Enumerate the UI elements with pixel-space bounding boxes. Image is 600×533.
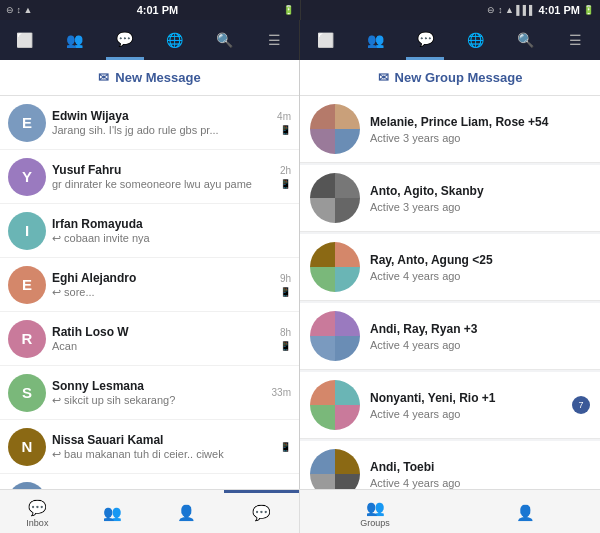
message-content: Nissa Sauari Kamal↩ bau makanan tuh di c… bbox=[46, 433, 280, 461]
mobile-icon: 📱 bbox=[280, 287, 291, 297]
nav-btn-globe-left[interactable]: 🌐 bbox=[155, 20, 193, 60]
group-info: Melanie, Prince Liam, Rose +54Active 3 y… bbox=[360, 115, 590, 144]
nav-btn-home-right[interactable]: ⬜ bbox=[306, 20, 344, 60]
message-item[interactable]: NNissa Sauari Kamal↩ bau makanan tuh di … bbox=[0, 420, 299, 474]
message-item[interactable]: EEghi Alejandro↩ sore...9h📱 bbox=[0, 258, 299, 312]
group-avatar bbox=[310, 173, 360, 223]
group-item[interactable]: Ray, Anto, Agung <25Active 4 years ago bbox=[300, 234, 600, 301]
message-preview: ↩ sore... bbox=[52, 286, 274, 299]
group-name: Melanie, Prince Liam, Rose +54 bbox=[370, 115, 580, 129]
message-content: Eghi Alejandro↩ sore... bbox=[46, 271, 280, 299]
left-bottom-nav: 💬 Inbox 👥 👤 💬 bbox=[0, 490, 300, 533]
avatar: I bbox=[8, 212, 46, 250]
left-time: 4:01 PM bbox=[35, 4, 279, 16]
message-time: 4m📱 bbox=[277, 111, 291, 135]
message-preview: Jarang sih. I'ls jg ado rule gbs pr... bbox=[52, 124, 271, 136]
mobile-icon: 📱 bbox=[280, 179, 291, 189]
message-content: Edwin WijayaJarang sih. I'ls jg ado rule… bbox=[46, 109, 277, 136]
nav-btn-messages-right[interactable]: 💬 bbox=[406, 20, 444, 60]
new-message-label: New Message bbox=[115, 70, 200, 85]
nav-btn-globe-right[interactable]: 🌐 bbox=[456, 20, 494, 60]
group-active: Active 3 years ago bbox=[370, 201, 580, 213]
avatar: Y bbox=[8, 158, 46, 196]
left-battery-icon: 🔋 bbox=[283, 5, 294, 15]
right-status-bar: ⊖ ↕ ▲ ▌▌▌ 4:01 PM 🔋 bbox=[301, 4, 601, 16]
message-time: 8h📱 bbox=[280, 327, 291, 351]
bottom-inbox[interactable]: 💬 Inbox bbox=[0, 490, 75, 533]
message-name: Edwin Wijaya bbox=[52, 109, 271, 123]
group-active: Active 4 years ago bbox=[370, 339, 580, 351]
right-status-icons: ⊖ ↕ ▲ ▌▌▌ bbox=[487, 5, 535, 15]
bottom-nav: 💬 Inbox 👥 👤 💬 👥 Groups 👤 bbox=[0, 489, 600, 533]
avatar: S bbox=[8, 374, 46, 412]
group-active: Active 3 years ago bbox=[370, 132, 580, 144]
avatar: E bbox=[8, 104, 46, 142]
bottom-profile[interactable]: 👤 bbox=[450, 490, 600, 533]
avatar: E bbox=[8, 266, 46, 304]
right-time: 4:01 PM bbox=[538, 4, 580, 16]
left-subheader[interactable]: ✉ New Message bbox=[0, 60, 299, 96]
nav-btn-search-right[interactable]: 🔍 bbox=[506, 20, 544, 60]
group-active: Active 4 years ago bbox=[370, 477, 580, 489]
bottom-messages-active[interactable]: 💬 bbox=[224, 490, 299, 533]
message-item[interactable]: SSonny Lesmana↩ sikcit up sih sekarang?3… bbox=[0, 366, 299, 420]
message-name: Sonny Lesmana bbox=[52, 379, 266, 393]
group-item[interactable]: Anto, Agito, SkanbyActive 3 years ago bbox=[300, 165, 600, 232]
nav-btn-search-left[interactable]: 🔍 bbox=[205, 20, 243, 60]
bottom-groups[interactable]: 👥 Groups bbox=[300, 490, 450, 533]
message-list: EEdwin WijayaJarang sih. I'ls jg ado rul… bbox=[0, 96, 299, 489]
group-info: Anto, Agito, SkanbyActive 3 years ago bbox=[360, 184, 590, 213]
avatar: N bbox=[8, 428, 46, 466]
group-item[interactable]: Andi, ToebiActive 4 years ago bbox=[300, 441, 600, 489]
group-active: Active 4 years ago bbox=[370, 270, 580, 282]
nav-btn-menu-left[interactable]: ☰ bbox=[255, 20, 293, 60]
right-panel: ✉ New Group Message Melanie, Prince Liam… bbox=[300, 60, 600, 489]
message-content: Yusuf Fahrugr dinrater ke someoneore lwu… bbox=[46, 163, 280, 190]
message-content: Sonny Lesmana↩ sikcit up sih sekarang? bbox=[46, 379, 272, 407]
group-avatar bbox=[310, 242, 360, 292]
group-avatar bbox=[310, 449, 360, 489]
group-info: Nonyanti, Yeni, Rio +1Active 4 years ago bbox=[360, 391, 572, 420]
right-bottom-nav: 👥 Groups 👤 bbox=[300, 490, 600, 533]
message-preview: ↩ cobaan invite nya bbox=[52, 232, 285, 245]
message-content: Irfan Romayuda↩ cobaan invite nya bbox=[46, 217, 291, 245]
avatar: S bbox=[8, 482, 46, 490]
group-badge: 7 bbox=[572, 396, 590, 414]
new-group-label: New Group Message bbox=[395, 70, 523, 85]
inbox-label: Inbox bbox=[26, 518, 48, 528]
nav-btn-menu-right[interactable]: ☰ bbox=[556, 20, 594, 60]
new-message-icon: ✉ bbox=[98, 70, 109, 85]
message-item[interactable]: SSyam LoeaSyam sent an image.1h bbox=[0, 474, 299, 489]
bottom-people[interactable]: 👥 bbox=[75, 490, 150, 533]
message-name: Nissa Sauari Kamal bbox=[52, 433, 274, 447]
group-list: Melanie, Prince Liam, Rose +54Active 3 y… bbox=[300, 96, 600, 489]
nav-btn-friends-right[interactable]: 👥 bbox=[356, 20, 394, 60]
message-time: 2h📱 bbox=[280, 165, 291, 189]
group-avatar bbox=[310, 104, 360, 154]
nav-btn-home[interactable]: ⬜ bbox=[6, 20, 44, 60]
group-avatar bbox=[310, 311, 360, 361]
left-status-icons: ⊖ ↕ ▲ bbox=[6, 5, 32, 15]
group-item[interactable]: Nonyanti, Yeni, Rio +1Active 4 years ago… bbox=[300, 372, 600, 439]
bottom-add-friend[interactable]: 👤 bbox=[150, 490, 225, 533]
message-item[interactable]: EEdwin WijayaJarang sih. I'ls jg ado rul… bbox=[0, 96, 299, 150]
message-preview: gr dinrater ke someoneore lwu ayu pame bbox=[52, 178, 274, 190]
nav-btn-messages-left[interactable]: 💬 bbox=[106, 20, 144, 60]
message-preview: ↩ bau makanan tuh di ceier.. ciwek bbox=[52, 448, 274, 461]
group-info: Andi, Ray, Ryan +3Active 4 years ago bbox=[360, 322, 590, 351]
message-name: Yusuf Fahru bbox=[52, 163, 274, 177]
nav-btn-friends[interactable]: 👥 bbox=[56, 20, 94, 60]
message-item[interactable]: YYusuf Fahrugr dinrater ke someoneore lw… bbox=[0, 150, 299, 204]
group-name: Ray, Anto, Agung <25 bbox=[370, 253, 580, 267]
group-info: Ray, Anto, Agung <25Active 4 years ago bbox=[360, 253, 590, 282]
right-subheader[interactable]: ✉ New Group Message bbox=[300, 60, 600, 96]
message-item[interactable]: IIrfan Romayuda↩ cobaan invite nya bbox=[0, 204, 299, 258]
group-item[interactable]: Melanie, Prince Liam, Rose +54Active 3 y… bbox=[300, 96, 600, 163]
message-time: 📱 bbox=[280, 442, 291, 452]
group-avatar bbox=[310, 380, 360, 430]
right-battery-icon: 🔋 bbox=[583, 5, 594, 15]
group-item[interactable]: Andi, Ray, Ryan +3Active 4 years ago bbox=[300, 303, 600, 370]
message-time: 33m bbox=[272, 387, 291, 398]
message-item[interactable]: RRatih Loso WAcan8h📱 bbox=[0, 312, 299, 366]
message-content: Ratih Loso WAcan bbox=[46, 325, 280, 352]
